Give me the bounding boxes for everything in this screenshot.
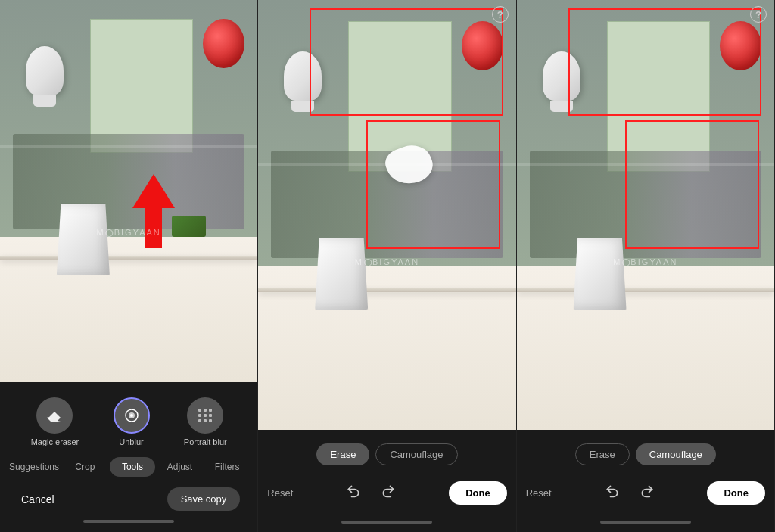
tools-row: Magic eraser Unblur [6, 391, 251, 453]
erase-tab-3[interactable]: Erase [575, 443, 630, 465]
tab-suggestions[interactable]: Suggestions [8, 457, 61, 477]
portrait-blur-icon [187, 397, 223, 434]
cup-2 [315, 238, 368, 310]
speaker-3 [543, 51, 584, 112]
bg-chairs-1 [13, 134, 244, 229]
speaker-1 [26, 46, 67, 107]
balloon-3 [720, 21, 761, 70]
magic-eraser-tool[interactable]: Magic eraser [31, 397, 79, 446]
tab-crop[interactable]: Crop [62, 457, 108, 477]
panel-1: MBIGYAAN Magic eraser [0, 0, 258, 532]
svg-rect-9 [198, 419, 201, 422]
tab-adjust[interactable]: Adjust [157, 457, 203, 477]
cup-shape-3 [574, 238, 627, 310]
reset-button-2[interactable]: Reset [267, 487, 293, 499]
home-indicator-2 [341, 521, 432, 524]
svg-rect-6 [198, 414, 201, 417]
svg-rect-10 [204, 419, 207, 422]
redo-button-3[interactable] [636, 481, 658, 506]
panel1-bottom-controls: Magic eraser Unblur [0, 382, 257, 532]
camouflage-tab-3[interactable]: Camouflage [636, 443, 716, 465]
erase-camo-tabs-3: Erase Camouflage [575, 437, 716, 468]
nav-tabs-row: Suggestions Crop Tools Adjust Filters [6, 453, 251, 481]
tab-tools[interactable]: Tools [110, 457, 156, 477]
done-button-2[interactable]: Done [449, 481, 507, 505]
undo-redo-group-3 [602, 481, 658, 506]
done-button-3[interactable]: Done [707, 481, 765, 505]
erase-camo-tabs-2: Erase Camouflage [316, 437, 457, 468]
help-icon-2[interactable]: ? [492, 6, 509, 23]
speaker-base-3 [550, 101, 573, 112]
cup-shape-1 [57, 204, 110, 275]
tab-filters[interactable]: Filters [204, 457, 251, 477]
portrait-blur-tool[interactable]: Portrait blur [184, 397, 227, 446]
panel2-bottom-controls: Erase Camouflage Reset Do [258, 430, 515, 532]
shelf-line-3 [517, 163, 774, 166]
green-item-1 [172, 216, 206, 237]
home-indicator-1 [83, 520, 174, 523]
portrait-blur-label: Portrait blur [184, 437, 227, 446]
magic-eraser-label: Magic eraser [31, 437, 79, 446]
panel1-action-row: Cancel Save copy [6, 481, 251, 517]
cup-3 [574, 238, 627, 310]
unblur-tool[interactable]: Unblur [114, 397, 150, 446]
undo-redo-group-2 [343, 481, 399, 506]
svg-rect-11 [209, 419, 212, 422]
bg-window-1 [90, 19, 193, 153]
unblur-icon [114, 397, 150, 434]
redo-button-2[interactable] [378, 481, 399, 506]
speaker-body-1 [26, 46, 64, 95]
countertop-3 [517, 288, 774, 292]
bg-window-3 [607, 21, 710, 172]
speaker-2 [284, 51, 325, 112]
countertop-1 [0, 256, 257, 260]
svg-point-2 [130, 414, 133, 417]
red-arrow [132, 174, 175, 248]
cup-1 [57, 204, 110, 275]
svg-rect-5 [209, 409, 212, 412]
photo-area-1: MBIGYAAN [0, 0, 257, 382]
photo-area-2: MBIGYAAN ? [258, 0, 515, 430]
balloon-2 [462, 21, 503, 70]
countertop-2 [258, 288, 515, 292]
panel-3: MBIGYAAN ? Erase Camouflage Reset [517, 0, 775, 532]
speaker-body-3 [543, 51, 580, 101]
photo-area-3: MBIGYAAN ? [517, 0, 774, 430]
panel2-action-row: Reset Done [258, 474, 515, 512]
reset-button-3[interactable]: Reset [526, 487, 552, 499]
undo-button-2[interactable] [343, 481, 364, 506]
svg-rect-8 [209, 414, 212, 417]
home-indicator-3 [600, 521, 691, 524]
cancel-button[interactable]: Cancel [17, 490, 58, 509]
bg-chairs-3 [530, 151, 761, 258]
help-icon-3[interactable]: ? [750, 6, 767, 23]
svg-rect-3 [198, 409, 201, 412]
cup-shape-2 [315, 238, 368, 310]
svg-rect-7 [204, 414, 207, 417]
panel3-action-row: Reset Done [517, 474, 774, 512]
speaker-body-2 [284, 51, 322, 101]
magic-eraser-icon [36, 397, 73, 434]
unblur-label: Unblur [119, 437, 143, 446]
shelf-line-1 [0, 145, 257, 148]
erase-tab-2[interactable]: Erase [316, 443, 369, 465]
speaker-base-1 [33, 95, 56, 107]
speaker-base-2 [291, 101, 314, 112]
save-copy-button[interactable]: Save copy [167, 487, 241, 511]
panel-2: MBIGYAAN ? Erase Camouflage Reset [258, 0, 516, 532]
arrow-triangle [132, 174, 175, 208]
arrow-rect [145, 207, 162, 248]
undo-button-3[interactable] [602, 481, 623, 506]
camouflage-tab-2[interactable]: Camouflage [375, 443, 457, 465]
svg-rect-4 [204, 409, 207, 412]
panel3-bottom-controls: Erase Camouflage Reset Do [517, 430, 774, 532]
